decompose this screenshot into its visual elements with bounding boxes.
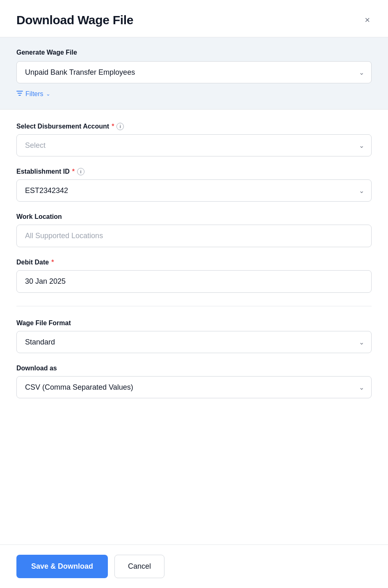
filters-label: Filters bbox=[25, 90, 43, 98]
debit-date-group: Debit Date * bbox=[16, 259, 372, 293]
generate-wage-file-label: Generate Wage File bbox=[16, 49, 372, 56]
modal-footer: Save & Download Cancel bbox=[0, 544, 388, 588]
generate-wage-file-select[interactable]: Unpaid Bank Transfer Employees All Emplo… bbox=[16, 61, 372, 83]
top-section: Generate Wage File Unpaid Bank Transfer … bbox=[0, 37, 388, 110]
work-location-group: Work Location bbox=[16, 213, 372, 247]
work-location-input[interactable] bbox=[16, 225, 372, 247]
wage-format-label: Wage File Format bbox=[16, 319, 372, 327]
close-button[interactable]: × bbox=[363, 13, 372, 27]
disbursement-info-icon[interactable]: i bbox=[116, 123, 124, 130]
filters-chevron-icon: ⌄ bbox=[46, 91, 50, 97]
download-wage-file-modal: Download Wage File × Generate Wage File … bbox=[0, 0, 388, 588]
form-section: Select Disbursement Account * i Select ⌄… bbox=[0, 110, 388, 544]
disbursement-select-wrapper: Select ⌄ bbox=[16, 134, 372, 156]
download-as-select[interactable]: CSV (Comma Separated Values) Excel PDF bbox=[16, 376, 372, 398]
establishment-select[interactable]: EST2342342 bbox=[16, 179, 372, 202]
wage-format-select-wrapper: Standard Custom ⌄ bbox=[16, 331, 372, 353]
disbursement-group: Select Disbursement Account * i Select ⌄ bbox=[16, 123, 372, 156]
modal-header: Download Wage File × bbox=[0, 0, 388, 37]
download-as-label: Download as bbox=[16, 365, 372, 372]
establishment-required-star: * bbox=[72, 168, 75, 175]
generate-wage-file-wrapper: Unpaid Bank Transfer Employees All Emplo… bbox=[16, 61, 372, 83]
filter-icon bbox=[16, 90, 23, 98]
establishment-group: Establishment ID * i EST2342342 ⌄ bbox=[16, 168, 372, 202]
modal-title: Download Wage File bbox=[16, 13, 133, 27]
debit-date-required-star: * bbox=[51, 259, 54, 266]
work-location-label: Work Location bbox=[16, 213, 372, 220]
download-as-select-wrapper: CSV (Comma Separated Values) Excel PDF ⌄ bbox=[16, 376, 372, 398]
save-download-button[interactable]: Save & Download bbox=[16, 555, 108, 578]
filters-button[interactable]: Filters ⌄ bbox=[16, 90, 50, 98]
disbursement-label: Select Disbursement Account * i bbox=[16, 123, 372, 130]
establishment-label: Establishment ID * i bbox=[16, 168, 372, 175]
wage-format-group: Wage File Format Standard Custom ⌄ bbox=[16, 319, 372, 353]
debit-date-input[interactable] bbox=[16, 270, 372, 293]
disbursement-required-star: * bbox=[112, 123, 114, 130]
wage-format-select[interactable]: Standard Custom bbox=[16, 331, 372, 353]
cancel-button[interactable]: Cancel bbox=[114, 555, 164, 578]
debit-date-label: Debit Date * bbox=[16, 259, 372, 266]
form-divider bbox=[16, 306, 372, 306]
establishment-info-icon[interactable]: i bbox=[77, 168, 84, 175]
establishment-select-wrapper: EST2342342 ⌄ bbox=[16, 179, 372, 202]
disbursement-select[interactable]: Select bbox=[16, 134, 372, 156]
download-as-group: Download as CSV (Comma Separated Values)… bbox=[16, 365, 372, 398]
